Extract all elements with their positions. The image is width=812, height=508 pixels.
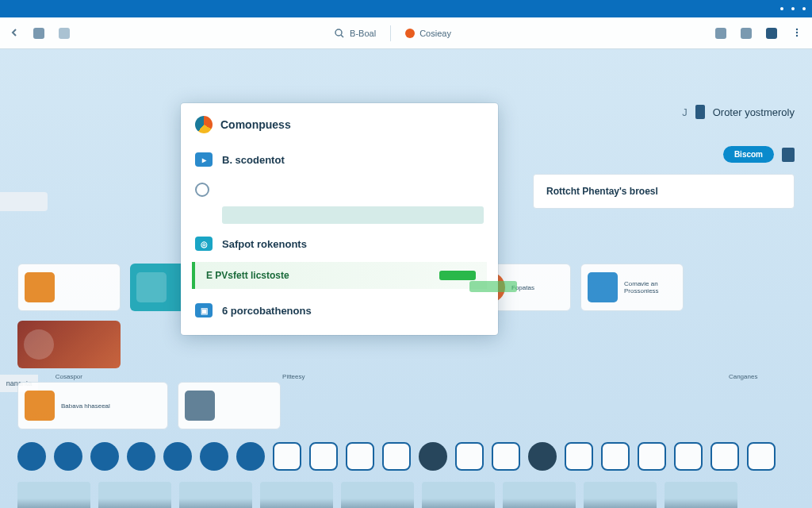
thumbnail[interactable] — [17, 482, 90, 508]
app-tile[interactable] — [178, 382, 281, 429]
round-icon[interactable] — [90, 442, 119, 471]
app-icon[interactable] — [59, 28, 70, 39]
square-icon[interactable] — [747, 442, 776, 471]
tool-icon[interactable] — [715, 28, 726, 39]
item-badge-icon: ▸ — [195, 152, 213, 167]
app-icon[interactable] — [33, 28, 44, 39]
thumbnail-row — [17, 482, 795, 508]
thumbnail[interactable] — [179, 482, 252, 508]
alert-icon — [405, 29, 415, 38]
popup-item[interactable]: ◎ Safpot rokenonts — [181, 229, 498, 259]
app-tile[interactable]: Comavie an Prossoniess — [580, 264, 684, 311]
thumbnail[interactable] — [665, 482, 737, 508]
thumbnail[interactable] — [341, 482, 414, 508]
round-icon[interactable] — [528, 442, 557, 471]
square-icon[interactable] — [382, 442, 411, 471]
round-icon[interactable] — [17, 442, 46, 471]
round-icon[interactable] — [236, 442, 265, 471]
svg-point-0 — [335, 29, 342, 36]
tool-icon[interactable] — [741, 28, 752, 39]
popup-item[interactable] — [181, 175, 498, 205]
svg-point-3 — [796, 31, 798, 33]
context-button[interactable]: Cosieay — [405, 29, 451, 38]
search-label: B-Boal — [350, 29, 376, 38]
item-label: 6 porcobathenons — [222, 305, 312, 317]
titlebar — [0, 0, 812, 17]
back-arrow-icon[interactable] — [10, 28, 19, 39]
item-label: B. scodentot — [222, 154, 285, 166]
round-icon[interactable] — [127, 442, 155, 471]
content-area: nananta J Oroter yostmeroly Biscom Rottc… — [0, 49, 812, 508]
item-badge-icon: ◎ — [195, 237, 213, 251]
svg-point-4 — [796, 34, 798, 36]
svg-line-1 — [341, 35, 343, 37]
square-icon[interactable] — [674, 442, 703, 471]
square-icon[interactable] — [565, 442, 593, 471]
highlight-label: E PVsfett licstoste — [206, 270, 289, 281]
search-button[interactable]: B-Boal — [334, 28, 376, 39]
square-icon[interactable] — [309, 442, 338, 471]
svg-point-2 — [796, 28, 798, 29]
app-tile[interactable] — [17, 264, 121, 311]
square-icon[interactable] — [346, 442, 374, 471]
popup-item[interactable]: ▸ B. scodentot — [181, 144, 498, 175]
app-tile[interactable] — [17, 321, 121, 368]
menu-icon[interactable] — [791, 27, 802, 40]
round-icon[interactable] — [163, 442, 192, 471]
popup-title: Comonpuess — [220, 118, 291, 131]
round-icon[interactable] — [200, 442, 228, 471]
popup-highlight-item[interactable]: E PVsfett licstoste — [192, 262, 487, 289]
search-icon — [334, 28, 345, 39]
square-icon[interactable] — [455, 442, 484, 471]
suggestions-popup: Comonpuess ▸ B. scodentot ◎ Safpot roken… — [181, 103, 498, 335]
round-icon[interactable] — [419, 442, 447, 471]
item-badge-icon — [195, 183, 209, 197]
square-icon[interactable] — [601, 442, 630, 471]
popup-logo-icon — [195, 116, 213, 133]
status-chip — [469, 281, 517, 292]
status-chip — [439, 271, 476, 280]
thumbnail[interactable] — [584, 482, 657, 508]
thumbnail[interactable] — [98, 482, 171, 508]
quick-icons — [17, 442, 795, 471]
thumbnail[interactable] — [422, 482, 495, 508]
item-label: Safpot rokenonts — [222, 238, 307, 250]
context-label: Cosieay — [419, 29, 451, 38]
toolbar: B-Boal Cosieay — [0, 17, 812, 49]
square-icon[interactable] — [273, 442, 301, 471]
app-tile[interactable]: Babava hhaseeal — [17, 382, 168, 429]
thumbnail[interactable] — [503, 482, 576, 508]
square-icon[interactable] — [710, 442, 739, 471]
square-icon[interactable] — [638, 442, 666, 471]
item-badge-icon: ▣ — [195, 303, 213, 318]
round-icon[interactable] — [54, 442, 82, 471]
bookmark-icon[interactable] — [766, 28, 777, 39]
square-icon[interactable] — [492, 442, 520, 471]
thumbnail[interactable] — [260, 482, 333, 508]
popup-item[interactable]: ▣ 6 porcobathenons — [181, 295, 498, 325]
popup-input[interactable] — [222, 206, 484, 224]
